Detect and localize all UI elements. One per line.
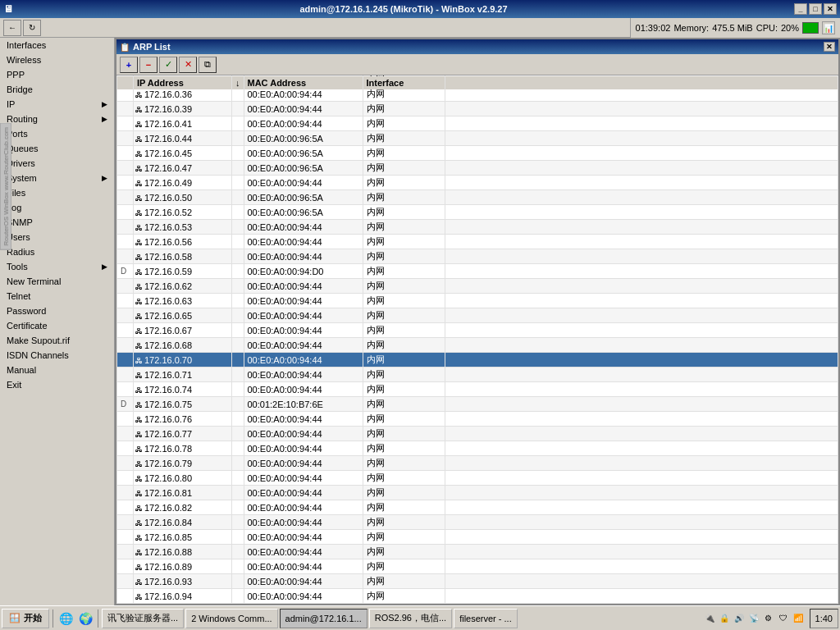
col-sort-arrow[interactable]: ↓ [232,75,244,89]
sidebar-item-files[interactable]: Files [0,185,114,200]
arp-enable-button[interactable]: ✓ [159,57,177,73]
table-row[interactable]: D🖧172.16.0.7500:01:2E:10:B7:6E内网 [117,397,838,412]
arp-add-button[interactable]: + [120,57,138,73]
table-row[interactable]: 🖧172.16.0.8900:E0:A0:00:94:44内网 [117,559,838,574]
taskbar-item[interactable]: fileserver - ... [454,609,518,628]
taskbar-item[interactable]: admin@172.16.1... [280,609,368,628]
sidebar-item-snmp[interactable]: SNMP [0,215,114,230]
table-row[interactable]: 🖧172.16.0.3900:E0:A0:00:94:44内网 [117,102,838,116]
table-row[interactable]: 🖧172.16.0.5000:E0:A0:00:96:5A内网 [117,190,838,205]
sidebar-item-interfaces[interactable]: Interfaces [0,38,114,52]
sidebar-item-password[interactable]: Password [0,304,114,318]
sidebar-item-telnet[interactable]: Telnet [0,289,114,304]
sidebar-item-routing[interactable]: Routing▶ [0,112,114,126]
table-row[interactable]: 🖧172.16.0.5200:E0:A0:00:96:5A内网 [117,205,838,220]
table-row[interactable]: 🖧172.16.0.7400:E0:A0:00:94:44内网 [117,382,838,397]
taskbar-item[interactable]: 2 Windows Comm... [185,609,277,628]
table-row[interactable]: 🖧172.16.0.6200:E0:A0:00:94:44内网 [117,279,838,294]
table-row[interactable]: 🖧172.16.0.8800:E0:A0:00:94:44内网 [117,545,838,559]
sidebar-item-ppp[interactable]: PPP [0,67,114,82]
arp-copy-button[interactable]: ⧉ [199,57,217,73]
table-row[interactable]: 🖧172.16.0.8500:E0:A0:00:94:44内网 [117,530,838,545]
table-row[interactable]: 🖧172.16.0.5600:E0:A0:00:94:44内网 [117,235,838,249]
sidebar-arrow-icon: ▶ [102,115,107,123]
maximize-button[interactable]: □ [809,3,822,15]
minimize-button[interactable]: _ [794,3,807,15]
table-row[interactable]: 🖧172.16.0.6500:E0:A0:00:94:44内网 [117,308,838,323]
row-sort [232,131,244,146]
col-interface[interactable]: Interface [363,75,445,89]
sidebar-item-wireless[interactable]: Wireless [0,52,114,67]
row-flag [117,574,134,589]
table-row[interactable]: 🖧172.16.0.5800:E0:A0:00:94:44内网 [117,249,838,264]
row-flag [117,116,134,131]
forward-button[interactable]: ↻ [23,20,41,36]
col-mac[interactable]: MAC Address [244,75,363,89]
table-row[interactable]: 🖧172.16.0.7700:E0:A0:00:94:44内网 [117,427,838,441]
table-row[interactable]: 🖧172.16.0.6700:E0:A0:00:94:44内网 [117,323,838,338]
sidebar-item-drivers[interactable]: Drivers [0,156,114,171]
sidebar-item-ip[interactable]: IP▶ [0,97,114,112]
sidebar-item-manual[interactable]: Manual [0,363,114,377]
quick-launch-browser[interactable]: 🌐 [57,609,75,628]
row-flag [117,279,134,294]
row-mac: 00:E0:A0:00:94:44 [244,176,363,190]
table-row[interactable]: 🖧172.16.0.4900:E0:A0:00:94:44内网 [117,176,838,190]
taskbar-item[interactable]: ROS2.96，电信... [369,609,452,628]
table-row[interactable]: 🖧172.16.0.7600:E0:A0:00:94:44内网 [117,412,838,427]
sidebar-item-isdn-channels[interactable]: ISDN Channels [0,348,114,363]
sidebar-item-queues[interactable]: Queues [0,141,114,156]
table-row[interactable]: 🖧172.16.0.4700:E0:A0:00:96:5A内网 [117,161,838,176]
table-row[interactable]: 🖧172.16.0.4100:E0:A0:00:94:44内网 [117,116,838,131]
table-row[interactable]: 🖧172.16.0.8100:E0:A0:00:94:44内网 [117,486,838,500]
row-ip: 🖧172.16.0.41 [134,116,232,131]
arp-table-container[interactable]: IP Address ↓ MAC Address Interface 🖧172.… [116,75,838,604]
sidebar-item-bridge[interactable]: Bridge [0,82,114,97]
table-row[interactable]: 🖧172.16.0.4500:E0:A0:00:96:5A内网 [117,146,838,161]
sidebar-item-users[interactable]: Users [0,230,114,244]
table-row[interactable]: 🖧172.16.0.7800:E0:A0:00:94:44内网 [117,441,838,456]
table-row[interactable]: 🖧172.16.0.8200:E0:A0:00:94:44内网 [117,500,838,515]
table-row[interactable]: 🖧172.16.0.5300:E0:A0:00:94:44内网 [117,220,838,235]
row-extra [445,589,838,604]
row-mac: 00:E0:A0:00:94:44 [244,235,363,249]
router-icon: 🖧 [135,283,143,291]
table-row[interactable]: D🖧172.16.0.5900:E0:A0:00:94:D0内网 [117,264,838,279]
table-row[interactable]: 🖧172.16.0.6800:E0:A0:00:94:44内网 [117,338,838,353]
sidebar-items: InterfacesWirelessPPPBridgeIP▶Routing▶Po… [0,38,114,392]
table-row[interactable]: 🖧172.16.0.7900:E0:A0:00:94:44内网 [117,456,838,471]
sidebar-item-exit[interactable]: Exit [0,377,114,392]
arp-remove-button[interactable]: − [139,57,158,73]
sidebar-item-tools[interactable]: Tools▶ [0,259,114,274]
table-row[interactable]: 🖧172.16.0.6300:E0:A0:00:94:44内网 [117,294,838,308]
taskbar-item[interactable]: 讯飞验证服务器... [102,609,184,628]
sidebar-item-log[interactable]: Log [0,200,114,215]
arp-close-button[interactable]: ✕ [824,42,835,52]
row-interface: 内网 [363,116,445,131]
sidebar-item-radius[interactable]: Radius [0,244,114,259]
table-row[interactable]: 🖧172.16.0.7000:E0:A0:00:94:44内网 [117,353,838,368]
sidebar-item-new-terminal[interactable]: New Terminal [0,274,114,289]
col-ip[interactable]: IP Address [134,75,232,89]
table-row[interactable]: 🖧172.16.0.8400:E0:A0:00:94:44内网 [117,515,838,530]
table-row[interactable]: 🖧172.16.0.8000:E0:A0:00:94:44内网 [117,471,838,486]
table-row[interactable]: 🖧172.16.0.9400:E0:A0:00:94:44内网 [117,589,838,604]
sidebar-item-certificate[interactable]: Certificate [0,318,114,333]
back-button[interactable]: ← [3,20,21,36]
row-mac: 00:E0:A0:00:94:44 [244,220,363,235]
row-interface: 内网 [363,190,445,205]
row-mac: 00:E0:A0:00:94:44 [244,294,363,308]
table-row[interactable]: 🖧172.16.0.4400:E0:A0:00:96:5A内网 [117,131,838,146]
row-sort [232,412,244,427]
sidebar-item-system[interactable]: System▶ [0,171,114,185]
arp-disable-button[interactable]: ✕ [179,57,197,73]
start-button[interactable]: 🪟 开始 [2,609,49,628]
sidebar-item-ports[interactable]: Ports [0,126,114,141]
close-button[interactable]: ✕ [824,3,837,15]
quick-launch-ie[interactable]: 🌍 [76,609,94,628]
sidebar-item-label: PPP [7,70,25,80]
sidebar-item-make-supout.rif[interactable]: Make Supout.rif [0,333,114,348]
col-flag[interactable] [117,75,134,89]
table-row[interactable]: 🖧172.16.0.7100:E0:A0:00:94:44内网 [117,368,838,382]
table-row[interactable]: 🖧172.16.0.9300:E0:A0:00:94:44内网 [117,574,838,589]
